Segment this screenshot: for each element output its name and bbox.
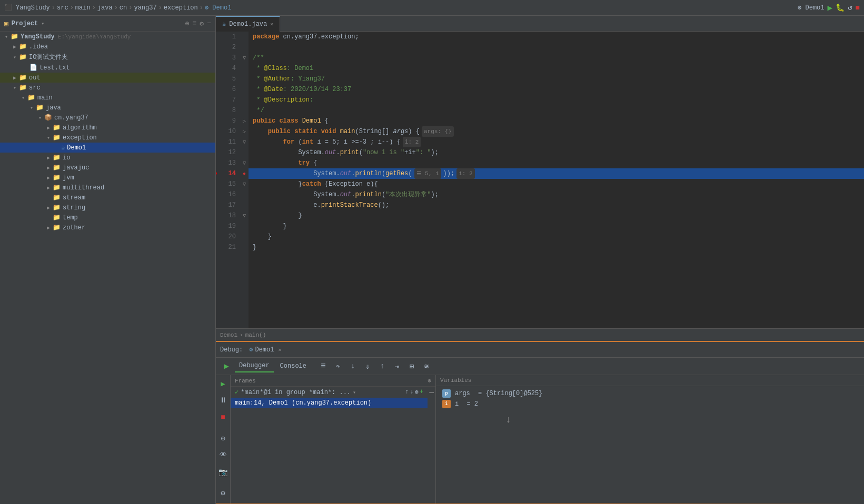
tree-exception[interactable]: ▾ 📁 exception — [0, 133, 215, 143]
breadcrumb-exception[interactable]: exception — [164, 4, 198, 12]
breadcrumb-java[interactable]: java — [97, 4, 113, 12]
tree-java[interactable]: ▾ 📁 java — [0, 103, 215, 113]
thread-dropdown[interactable]: ▾ — [353, 389, 356, 396]
arrow-idea: ▶ — [11, 44, 19, 50]
thread-filter[interactable]: ⊛ — [415, 388, 419, 396]
code-editor: 1 2 3 4 5 6 7 8 9 10 11 12 13 14 15 16 1 — [216, 32, 864, 328]
breadcrumb-yang-study[interactable]: YangStudy — [16, 4, 50, 12]
pause-icon[interactable]: ⏸ — [217, 394, 230, 407]
sidebar: ▣ Project ▾ ⊕ ≡ ⚙ − ▾ 📁 YangStudy E:\yan… — [0, 16, 216, 504]
tree-cn-yang37[interactable]: ▾ 📦 cn.yang37 — [0, 113, 215, 123]
scroll-minus[interactable]: − — [429, 388, 434, 398]
debug-tab-close[interactable]: ✕ — [278, 347, 281, 353]
close-sidebar-icon[interactable]: − — [207, 19, 211, 28]
tab-debugger[interactable]: Debugger — [235, 360, 274, 372]
step-into-force-btn[interactable]: ⇓ — [361, 360, 374, 372]
tab-label: Demo1.java — [229, 21, 267, 28]
code-content[interactable]: package cn.yang37.exception; /** * @Clas… — [249, 32, 864, 328]
ln-6: 6 — [216, 84, 236, 95]
stop-icon[interactable]: ■ — [217, 411, 230, 424]
var-name-args: args — [455, 390, 470, 397]
tree-string[interactable]: ▶ 📁 string — [0, 203, 215, 213]
tab-console[interactable]: Console — [276, 360, 311, 372]
frames-header-right: ⊛ — [428, 377, 431, 384]
arrow-jvm: ▶ — [44, 175, 53, 181]
tree-demo1[interactable]: ▶ ☕ Demo1 — [0, 143, 215, 153]
var-i[interactable]: i i = 2 — [436, 399, 864, 409]
tree-io[interactable]: ▶ 📁 io — [0, 153, 215, 163]
code-line-17: e.printStackTrace(); — [249, 200, 864, 210]
watch-icon[interactable]: 👁 — [217, 449, 230, 461]
tree-main[interactable]: ▾ 📁 main — [0, 93, 215, 103]
camera-icon[interactable]: 📷 — [217, 466, 230, 478]
sidebar-header-icons: ⊕ ≡ ⚙ − — [185, 19, 211, 28]
tree-out[interactable]: ▶ 📁 out — [0, 73, 215, 83]
folder-icon-stream: 📁 — [53, 194, 61, 201]
trace-btn[interactable]: ≋ — [420, 360, 433, 372]
breadcrumb-yang37[interactable]: yang37 — [134, 4, 156, 12]
run-to-cursor-btn[interactable]: ⇥ — [391, 360, 403, 372]
tree-javajuc[interactable]: ▶ 📁 javajuc — [0, 163, 215, 173]
settings-icon[interactable]: ⚙ — [200, 19, 204, 28]
sidebar-chevron[interactable]: ▾ — [41, 21, 44, 27]
ln-20: 20 — [216, 231, 236, 242]
tab-close[interactable]: ✕ — [270, 21, 273, 27]
run-to-cursor-left-icon[interactable]: ⊙ — [217, 432, 230, 445]
breadcrumb-cn[interactable]: cn — [120, 4, 127, 12]
resume-icon[interactable]: ▶ — [217, 377, 230, 390]
evaluate-btn[interactable]: ⊞ — [405, 360, 418, 372]
thread-add[interactable]: + — [420, 388, 423, 396]
gutter-8 — [240, 105, 249, 116]
step-over-btn[interactable]: ↷ — [332, 360, 344, 372]
tree-stream[interactable]: ▶ 📁 stream — [0, 193, 215, 203]
rerun-button[interactable]: ↺ — [848, 3, 852, 12]
sidebar-header: ▣ Project ▾ ⊕ ≡ ⚙ − — [0, 16, 215, 32]
resume-button[interactable]: ▶ — [220, 360, 233, 372]
label-io: io — [63, 154, 70, 162]
arrow-out: ▶ — [11, 75, 19, 81]
frame-selected[interactable]: main:14, Demo1 (cn.yang37.exception) — [231, 398, 428, 408]
cursor-indicator: ↓ — [436, 414, 864, 426]
tree-temp[interactable]: ▶ 📁 temp — [0, 213, 215, 223]
thread-label: *main*@1 in group *main*: ... — [241, 389, 351, 396]
collapse-all-icon[interactable]: ≡ — [193, 19, 197, 28]
filter-icon[interactable]: ⊛ — [428, 377, 431, 384]
tree-io-folder[interactable]: ▾ 📁 IO测试文件夹 — [0, 52, 215, 63]
vars-header: Variables — [436, 375, 864, 386]
arrow-main: ▾ — [19, 95, 27, 101]
tree-algorithm[interactable]: ▶ 📁 algorithm — [0, 123, 215, 133]
code-line-9: public class Demo1 { — [249, 116, 864, 126]
breadcrumb-main[interactable]: main — [75, 4, 91, 12]
sync-icon[interactable]: ⊕ — [185, 19, 190, 28]
breadcrumb-demo1[interactable]: ⚙ Demo1 — [205, 4, 231, 12]
thread-up[interactable]: ↑ — [405, 388, 409, 396]
tab-demo1[interactable]: ☕ Demo1.java ✕ — [216, 16, 280, 32]
tree-root[interactable]: ▾ 📁 YangStudy E:\yangidea\YangStudy — [0, 32, 215, 42]
label-test-txt: test.txt — [39, 64, 70, 72]
breadcrumb-src[interactable]: src — [57, 4, 68, 12]
tab-java-icon: ☕ — [222, 20, 226, 28]
thread-down[interactable]: ↓ — [410, 388, 414, 396]
var-args[interactable]: p args = {String[0]@525} — [436, 388, 864, 399]
tree-src[interactable]: ▾ 📁 src — [0, 83, 215, 93]
folder-icon-algorithm: 📁 — [53, 124, 61, 132]
debug-left-icons: ▶ ⏸ ■ ⊙ 👁 📷 ⚙ — [216, 375, 231, 504]
step-out-btn[interactable]: ↑ — [376, 360, 389, 372]
tree-jvm[interactable]: ▶ 📁 jvm — [0, 173, 215, 183]
debug-toolbar: ▶ Debugger Console ≡ ↷ ↓ ⇓ ↑ ⇥ ⊞ ≋ — [216, 358, 864, 375]
stop-button[interactable]: ■ — [856, 4, 860, 12]
step-into-btn[interactable]: ↓ — [346, 360, 359, 372]
settings-left-icon[interactable]: ⚙ — [217, 487, 230, 499]
gutter-10: ▷ — [240, 126, 249, 137]
run-button[interactable]: ▶ — [828, 3, 833, 13]
tree-multithread[interactable]: ▶ 📁 multithread — [0, 183, 215, 193]
tree-test-txt[interactable]: ▶ 📄 test.txt — [0, 63, 215, 73]
folder-icon-io-folder: 📁 — [19, 53, 27, 61]
vars-label: Variables — [440, 377, 471, 384]
thread-item[interactable]: ✓ *main*@1 in group *main*: ... ▾ ↑ ↓ ⊛ … — [231, 387, 428, 398]
tree-zother[interactable]: ▶ 📁 zother — [0, 223, 215, 233]
debug-button[interactable]: 🐛 — [836, 3, 845, 12]
ln-5: 5 — [216, 74, 236, 84]
step-align-btn[interactable]: ≡ — [317, 360, 330, 372]
tree-idea[interactable]: ▶ 📁 .idea — [0, 42, 215, 52]
